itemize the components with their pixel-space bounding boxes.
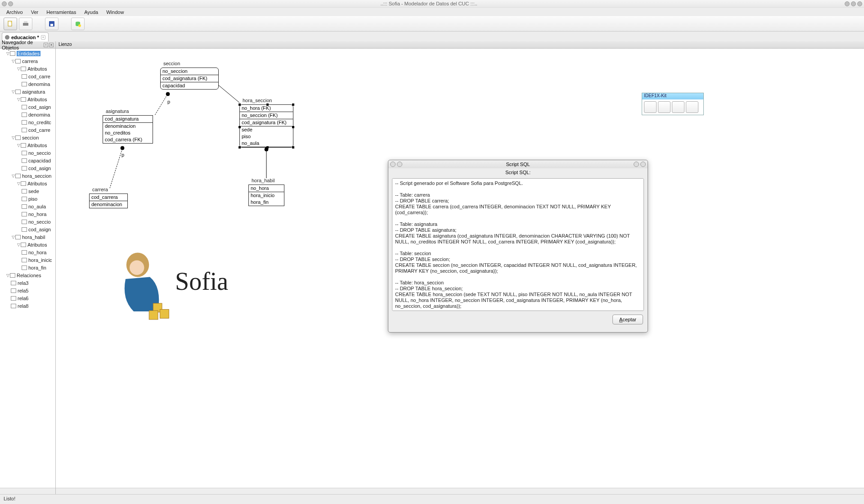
tree-item[interactable]: rela5 [0,287,55,294]
tree-item[interactable]: cod_asign [0,103,55,111]
tab-close-icon[interactable]: × [41,35,45,40]
status-text: Listo! [4,496,15,501]
window-title: ..::: Sofia - Modelador de Datos del CUC… [13,1,845,6]
tree-item[interactable]: sede [0,187,55,195]
tree-item[interactable]: denomina [0,111,55,118]
tree-item[interactable]: cod_asign [0,164,55,172]
dialog-close-icon[interactable] [640,162,646,167]
window-btn-icon[interactable] [8,1,13,6]
sidebar-scrollbar[interactable] [0,488,55,494]
tree-item[interactable]: rela8 [0,302,55,310]
entity-carrera[interactable]: carrera cod_carrera denominacion [89,194,128,208]
tree-carrera[interactable]: ▽carrera [0,57,55,65]
canvas-header: Lienzo [56,41,864,49]
toolbar [0,16,864,32]
tree-atributos[interactable]: ▽Atributos [0,141,55,149]
palette-weak-button[interactable] [686,101,698,113]
svg-line-8 [218,85,239,103]
tree-item[interactable]: hora_fin [0,264,55,271]
svg-rect-18 [149,310,158,320]
dialog-subtitle: Script SQL: [388,168,648,176]
svg-rect-2 [24,21,27,23]
palette-relation-button[interactable] [672,101,684,113]
tab-icon [5,35,9,40]
tree-item[interactable]: no_hora [0,210,55,218]
tree-atributos[interactable]: ▽Atributos [0,65,55,72]
tree-seccion[interactable]: ▽seccion [0,134,55,141]
tree-item[interactable]: denomina [0,80,55,88]
titlebar: ..::: Sofia - Modelador de Datos del CUC… [0,0,864,7]
tree-item[interactable]: cod_carre [0,126,55,134]
entity-hora-habil[interactable]: hora_habil no_hora hora_inicio hora_fin [248,184,284,206]
close-icon[interactable] [857,1,862,6]
svg-line-9 [110,148,122,188]
tree-entidades[interactable]: ▽Entidades [0,50,55,57]
tree-hora-seccion[interactable]: ▽hora_seccion [0,172,55,180]
svg-point-6 [78,24,81,27]
tree-item[interactable]: hora_inicic [0,256,55,264]
menubar: Archivo Ver Herramientas Ayuda Window [0,7,864,16]
entity-seccion[interactable]: seccion no_seccion cod_asignatura (FK) c… [160,68,219,90]
tree-item[interactable]: capacidad [0,157,55,164]
tree-item[interactable]: no_creditc [0,118,55,126]
window-menu-icon[interactable] [2,1,7,6]
menu-ver[interactable]: Ver [27,9,42,16]
dialog-btn-icon[interactable] [397,162,402,167]
tree-item[interactable]: piso [0,195,55,202]
canvas-scrollbar-h[interactable] [56,488,864,494]
save-button[interactable] [45,18,58,30]
dialog-min-icon[interactable] [634,162,639,167]
svg-line-7 [155,94,167,115]
palette-pointer-button[interactable] [644,101,657,113]
print-button[interactable] [19,18,32,30]
palette[interactable]: IDEF1X-Kit [642,93,704,115]
canvas[interactable]: seccion no_seccion cod_asignatura (FK) c… [56,49,864,488]
menu-window[interactable]: Window [103,9,127,16]
maximize-icon[interactable] [851,1,856,6]
menu-herramientas[interactable]: Herramientas [43,9,80,16]
tree-item[interactable]: cod_asign [0,225,55,233]
svg-point-11 [166,92,170,96]
sql-textarea[interactable]: -- Script generado por el Software Sofia… [392,178,644,311]
palette-entity-button[interactable] [658,101,670,113]
tree-asignatura[interactable]: ▽asignatura [0,88,55,95]
svg-rect-1 [23,23,28,26]
sidebar-close-icon[interactable]: × [49,43,54,47]
tree-atributos[interactable]: ▽Atributos [0,180,55,187]
svg-point-12 [121,146,124,150]
tree-item[interactable]: no_seccio [0,218,55,225]
p-label: p [167,99,170,104]
tree-atributos[interactable]: ▽Atributos [0,95,55,103]
tree-item[interactable]: no_hora [0,248,55,256]
accept-button[interactable]: Aceptar [612,315,643,324]
tabbar: educacion * × [0,32,864,41]
minimize-icon[interactable] [845,1,850,6]
entity-asignatura[interactable]: asignatura cod_asignatura denominacion n… [103,115,153,144]
object-navigator: Navegador de Objetos ▫ × ▽Entidades ▽car… [0,41,56,494]
svg-rect-17 [160,310,169,319]
tree-hora-habil[interactable]: ▽hora_habil [0,233,55,241]
entity-hora-seccion[interactable]: hora_seccion no_hora (FK) no_seccion (FK… [239,104,293,148]
sofia-logo-text: Sofia [175,267,228,296]
statusbar: Listo! [0,494,864,504]
svg-point-15 [130,261,144,275]
sidebar-detach-icon[interactable]: ▫ [44,43,48,47]
menu-archivo[interactable]: Archivo [3,9,27,16]
tree-item[interactable]: cod_carre [0,72,55,80]
tree-item[interactable]: no_seccio [0,149,55,157]
dialog-title: Script SQL [402,162,634,167]
dialog-menu-icon[interactable] [390,162,396,167]
tree[interactable]: ▽Entidades ▽carrera ▽Atributos cod_carre… [0,49,55,488]
p-label: p [122,152,124,158]
menu-ayuda[interactable]: Ayuda [81,9,102,16]
tree-relaciones[interactable]: ▽Relaciones [0,271,55,279]
generate-sql-button[interactable] [71,18,85,30]
new-button[interactable] [4,18,17,30]
sql-script-dialog: Script SQL Script SQL: -- Script generad… [388,160,648,333]
tree-item[interactable]: rela6 [0,294,55,302]
sidebar-header: Navegador de Objetos ▫ × [0,41,55,49]
tree-item[interactable]: no_aula [0,202,55,210]
tree-atributos[interactable]: ▽Atributos [0,241,55,248]
tree-item[interactable]: rela3 [0,279,55,287]
svg-rect-4 [50,24,53,26]
